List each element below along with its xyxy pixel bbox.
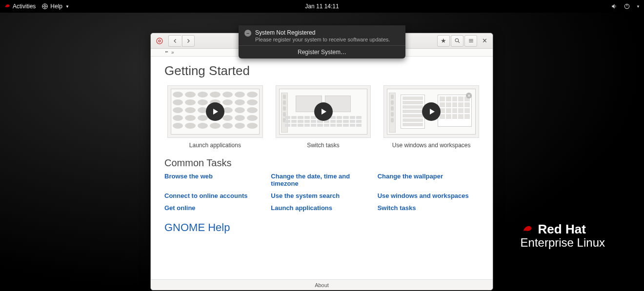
- minus-circle-icon: –: [244, 30, 251, 37]
- common-tasks-grid: Browse the web Change the date, time and…: [164, 173, 479, 212]
- register-system-button[interactable]: Register System…: [239, 45, 405, 58]
- close-icon: ✕: [482, 37, 487, 44]
- forward-button[interactable]: [182, 35, 195, 47]
- video-thumb-windows-workspaces[interactable]: ✕: [383, 85, 479, 138]
- task-link[interactable]: Use windows and workspaces: [378, 192, 479, 199]
- search-button[interactable]: [451, 35, 463, 47]
- chevron-left-icon: [172, 38, 178, 44]
- system-notification: – System Not Registered Please register …: [239, 25, 405, 58]
- play-icon: [422, 102, 441, 121]
- help-menu-label: Help: [50, 3, 62, 10]
- about-link[interactable]: About: [315, 282, 329, 288]
- task-link[interactable]: Use the system search: [271, 192, 372, 199]
- svg-point-8: [157, 38, 162, 44]
- video-thumb-launch-applications[interactable]: [167, 85, 263, 138]
- svg-line-11: [458, 41, 460, 43]
- chevron-right-icon: [185, 38, 191, 44]
- clock-label: Jan 11 14:11: [305, 3, 339, 10]
- back-button[interactable]: [168, 35, 181, 47]
- svg-point-1: [44, 5, 46, 7]
- gnome-foot-icon: [164, 50, 169, 55]
- video-card-switch-tasks: Switch tasks: [276, 85, 371, 149]
- task-link[interactable]: Connect to online accounts: [164, 192, 266, 199]
- gnome-help-link[interactable]: GNOME Help: [164, 221, 230, 233]
- task-link[interactable]: Change the date, time and timezone: [271, 173, 372, 187]
- chevron-down-icon: ▼: [65, 4, 69, 9]
- activities-button[interactable]: Activities: [4, 3, 36, 10]
- notification-title: System Not Registered: [255, 29, 390, 36]
- system-menu-chevron-icon[interactable]: ▼: [636, 4, 640, 9]
- window-footer: About: [151, 279, 493, 290]
- video-label: Use windows and workspaces: [383, 142, 479, 149]
- desktop-background: Red Hat Enterprise Linux ★ ✕ »: [0, 13, 644, 291]
- power-icon[interactable]: [624, 3, 630, 10]
- redhat-logo-icon: [521, 224, 534, 235]
- gnome-help-window: ★ ✕ » Getting Started Launch applicati: [150, 33, 493, 291]
- watermark-line2: Enterprise Linux: [521, 236, 605, 250]
- gnome-top-bar: Activities Help ▼ Jan 11 14:11 ▼: [0, 0, 644, 13]
- page-title: Getting Started: [164, 63, 479, 78]
- video-card-launch-applications: Launch applications: [167, 85, 263, 149]
- play-icon: [314, 102, 333, 121]
- task-link[interactable]: Switch tasks: [378, 204, 479, 212]
- activities-label: Activities: [13, 3, 36, 10]
- search-icon: [454, 38, 461, 44]
- clock-button[interactable]: Jan 11 14:11: [305, 3, 339, 10]
- volume-icon[interactable]: [611, 3, 618, 10]
- hamburger-menu-button[interactable]: [464, 35, 477, 47]
- help-content: Getting Started Launch applications: [151, 57, 493, 279]
- task-link[interactable]: Browse the web: [164, 173, 266, 187]
- task-link[interactable]: Get online: [164, 204, 266, 212]
- video-card-windows-workspaces: ✕ Use windows and workspaces: [383, 85, 479, 149]
- task-link[interactable]: Change the wallpaper: [378, 173, 479, 187]
- video-label: Switch tasks: [276, 142, 371, 149]
- play-icon: [206, 102, 224, 121]
- task-link[interactable]: Launch applications: [271, 204, 372, 212]
- notification-message: Please register your system to receive s…: [255, 37, 390, 42]
- close-badge-icon: ✕: [466, 93, 472, 98]
- video-label: Launch applications: [167, 142, 263, 149]
- video-row: Launch applications Switch tasks: [167, 85, 479, 149]
- watermark-line1: Red Hat: [538, 222, 586, 237]
- distro-watermark: Red Hat Enterprise Linux: [521, 222, 605, 250]
- svg-point-10: [455, 39, 459, 42]
- hamburger-icon: [468, 38, 474, 44]
- help-app-icon: [155, 36, 164, 46]
- star-icon: ★: [441, 37, 446, 44]
- help-menu-button[interactable]: Help ▼: [41, 3, 69, 10]
- bookmark-button[interactable]: ★: [437, 35, 450, 47]
- video-thumb-switch-tasks[interactable]: [276, 85, 371, 138]
- breadcrumb-sep: »: [171, 50, 174, 55]
- lifebuoy-icon: [41, 3, 48, 10]
- svg-point-9: [159, 40, 161, 42]
- redhat-icon: [4, 3, 11, 10]
- close-window-button[interactable]: ✕: [478, 35, 491, 47]
- common-tasks-heading: Common Tasks: [164, 157, 479, 169]
